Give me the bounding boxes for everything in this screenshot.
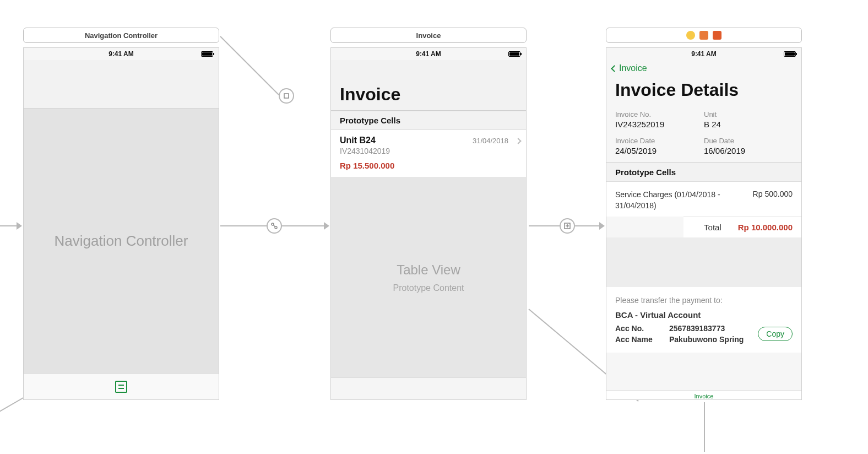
invoice-date-label: Invoice Date (615, 137, 704, 145)
copy-button[interactable]: Copy (758, 327, 793, 341)
status-bar: 9:41 AM (331, 48, 526, 60)
battery-icon (784, 51, 796, 57)
cell-amount: Rp 15.500.000 (340, 161, 517, 170)
segue-badge-relationship[interactable] (267, 218, 282, 234)
scene-navigation-controller[interactable]: Navigation Controller 9:41 AM Navigation… (23, 28, 219, 400)
placeholder-title: Table View (397, 262, 460, 278)
total-row: Total Rp 10.000.000 (683, 217, 801, 237)
scene-title[interactable] (606, 28, 802, 43)
line-item-desc: Service Charges (01/04/2018 - 31/04/2018… (615, 190, 721, 211)
unit-label: Unit (704, 110, 793, 118)
acc-no-value: 2567839183773 (669, 324, 753, 333)
navigation-bar: Invoice (331, 60, 526, 111)
unit-value: B 24 (704, 120, 793, 129)
scene-title[interactable]: Invoice (330, 28, 527, 43)
arrowhead-icon (17, 222, 22, 230)
payment-bank: BCA - Virtual Account (615, 310, 793, 320)
table-view-placeholder: Table View Prototype Content (331, 177, 526, 377)
section-header: Prototype Cells (331, 111, 526, 130)
due-date-value: 16/06/2019 (704, 146, 793, 155)
tab-bar-placeholder (331, 377, 526, 399)
invoice-meta: Invoice No. IV243252019 Unit B 24 Invoic… (606, 106, 801, 163)
back-button[interactable]: Invoice (619, 63, 647, 73)
acc-no-label: Acc No. (615, 324, 665, 333)
scene-title[interactable]: Navigation Controller (23, 28, 219, 43)
svg-point-0 (272, 223, 274, 225)
status-time: 9:41 AM (624, 50, 784, 58)
line-item-amount: Rp 500.000 (753, 190, 793, 211)
section-header: Prototype Cells (606, 163, 801, 182)
battery-icon (201, 51, 213, 57)
exit-orange-icon (713, 31, 721, 40)
scene-invoice-details[interactable]: 9:41 AM Invoice Invoice Details Invoice … (606, 28, 802, 400)
cell-unit: Unit B24 (340, 136, 376, 145)
spacer (606, 237, 801, 287)
navigation-bar: Invoice (606, 60, 801, 77)
acc-name-value: Pakubuwono Spring (669, 335, 753, 344)
cell-date: 31/04/2018 (473, 137, 508, 145)
total-amount: Rp 10.000.000 (738, 223, 793, 232)
status-bar: 9:41 AM (24, 48, 219, 60)
tab-bar (24, 373, 219, 399)
arrowhead-icon (599, 222, 605, 230)
segue-badge-push[interactable] (560, 218, 575, 234)
svg-line-2 (274, 225, 275, 227)
battery-icon (508, 51, 520, 57)
line-item-row: Service Charges (01/04/2018 - 31/04/2018… (606, 182, 801, 217)
chevron-left-icon[interactable] (611, 65, 618, 72)
phone-frame: 9:41 AM Invoice Invoice Details Invoice … (606, 47, 802, 400)
navigation-controller-body: Navigation Controller (24, 109, 219, 373)
circle-yellow-icon (686, 31, 695, 40)
page-title: Invoice (340, 84, 517, 105)
storyboard-canvas[interactable]: Navigation Controller 9:41 AM Navigation… (0, 0, 868, 454)
arrowhead-icon (324, 222, 329, 230)
invoice-no-value: IV243252019 (615, 120, 704, 129)
payment-instructions: Please transfer the payment to: BCA - Vi… (606, 287, 801, 353)
due-date-label: Due Date (704, 137, 793, 145)
status-time: 9:41 AM (41, 50, 201, 58)
svg-rect-6 (284, 94, 289, 98)
payment-hint: Please transfer the payment to: (615, 296, 793, 305)
cell-invoice-code: IV2431042019 (340, 147, 517, 155)
invoice-list-cell[interactable]: Unit B24 31/04/2018 IV2431042019 Rp 15.5… (331, 130, 526, 177)
navigation-bar-placeholder (24, 60, 219, 109)
segue-line (220, 36, 279, 95)
segue-badge-present[interactable] (279, 88, 294, 104)
tab-bar-item[interactable]: Invoice (606, 390, 801, 399)
phone-frame: 9:41 AM Invoice Prototype Cells Unit B24… (330, 47, 527, 400)
total-label: Total (704, 223, 721, 232)
page-title: Invoice Details (615, 80, 793, 100)
placeholder-subtitle: Prototype Content (393, 283, 464, 293)
scene-title-label: Navigation Controller (85, 31, 158, 40)
cube-orange-icon (699, 31, 708, 40)
placeholder-label: Navigation Controller (55, 233, 188, 250)
invoice-date-value: 24/05/2019 (615, 146, 704, 155)
list-icon[interactable] (115, 381, 127, 393)
phone-frame: 9:41 AM Navigation Controller (23, 47, 219, 400)
status-time: 9:41 AM (349, 50, 508, 58)
status-bar: 9:41 AM (606, 48, 801, 60)
acc-name-label: Acc Name (615, 335, 665, 344)
segue-line (704, 402, 705, 452)
scene-title-label: Invoice (416, 31, 441, 40)
svg-point-1 (275, 226, 277, 229)
invoice-no-label: Invoice No. (615, 110, 704, 118)
scene-invoice-list[interactable]: Invoice 9:41 AM Invoice Prototype Cells … (330, 28, 527, 400)
